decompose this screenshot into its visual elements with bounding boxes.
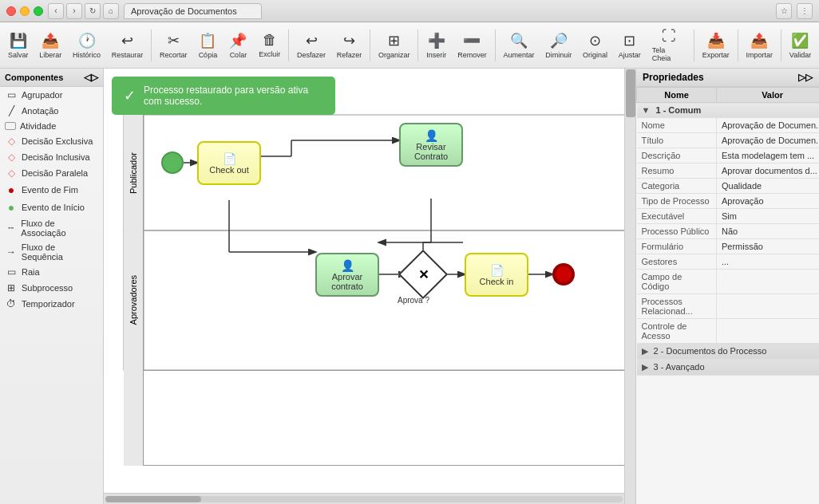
sidebar-item-decisao-paralela[interactable]: ◇ Decisão Paralela [0,165,103,181]
prop-categoria-value: Qualidade [717,179,820,194]
start-event-publicador[interactable] [161,152,184,174]
sidebar-item-anotacao[interactable]: ╱ Anotação [0,103,103,119]
exportar-button[interactable]: 📥 Exportar [698,30,734,61]
save-icon: 💾 [10,32,27,49]
sidebar-collapse-icon[interactable]: ◁▷ [84,72,98,83]
prop-row-descricao: Descrição Esta modelagem tem ... [637,148,820,163]
tela-cheia-button[interactable]: ⛶ Tela Cheia [647,26,690,65]
subprocesso-label: Subprocesso [22,283,73,293]
properties-expand-icon[interactable]: ▷▷ [798,72,813,83]
forward-button[interactable]: › [66,3,82,19]
salvar-button[interactable]: 💾 Salvar [3,30,33,61]
properties-panel: Propriedades ▷▷ Nome Valor [635,69,819,504]
vertical-scrollbar-thumb[interactable] [626,69,635,117]
section-comum-collapse[interactable]: ▼ [642,105,651,115]
prop-controle-name: Controle de Acesso [637,319,717,344]
canvas-scrollbar[interactable] [104,493,624,504]
ajustar-button[interactable]: ⊡ Ajustar [614,30,646,61]
horizontal-scrollbar-thumb[interactable] [105,496,201,502]
recortar-button[interactable]: ✂ Recortar [155,30,192,61]
maximize-button[interactable] [34,6,43,16]
organizar-button[interactable]: ⊞ Organizar [374,30,414,61]
refazer-button[interactable]: ↪ Refazer [332,30,366,61]
checkout-task[interactable]: 📄 Check out [197,141,261,185]
sidebar-item-evento-fim[interactable]: ● Evento de Fim [0,181,103,199]
desfazer-label: Desfazer [297,51,326,59]
prop-controle-value [717,319,820,344]
prop-nome-value: Aprovação de Documen... [717,118,820,133]
sidebar-item-fluxo-sequencia[interactable]: → Fluxo de Sequência [0,240,103,264]
remover-button[interactable]: ➖ Remover [453,30,491,61]
importar-button[interactable]: 📤 Importar [742,30,777,61]
prop-campo-codigo-value [717,270,820,294]
checkin-task-label: Check in [480,277,514,286]
revisar-task[interactable]: 👤 RevisarContrato [399,123,463,167]
sidebar-item-temporizador[interactable]: ⏱ Temporizador [0,296,103,312]
liberar-button[interactable]: 📤 Liberar [34,30,66,61]
browser-tab[interactable]: Aprovação de Documentos [124,3,262,19]
original-button[interactable]: ⊙ Original [578,30,612,61]
inserir-label: Inserir [426,51,446,59]
desfazer-button[interactable]: ↩ Desfazer [292,30,330,61]
prop-row-formulario: Formulário Permissão [637,239,820,254]
vertical-scrollbar[interactable] [624,69,635,504]
temporizador-icon: ⏱ [5,298,18,309]
inserir-button[interactable]: ➕ Inserir [421,30,451,61]
section-avancado[interactable]: ▶ 3 - Avançado [637,360,820,376]
prop-processos-rel-name: Processos Relacionad... [637,294,717,319]
sidebar-item-fluxo-associacao[interactable]: ╌ Fluxo de Associação [0,216,103,240]
sidebar-header: Componentes ◁▷ [0,69,103,87]
evento-fim-label: Evento de Fim [22,185,78,195]
separator-3 [370,30,370,61]
diminuir-button[interactable]: 🔎 Diminuir [540,30,576,61]
copia-label: Cópia [199,51,218,59]
sidebar-item-raia[interactable]: ▭ Raia [0,264,103,280]
sidebar-item-decisao-inclusiva[interactable]: ◇ Decisão Inclusiva [0,149,103,165]
minimize-button[interactable] [20,6,30,16]
refazer-icon: ↪ [343,32,355,49]
section-documentos[interactable]: ▶ 2 - Documentos do Processo [637,344,820,360]
section-comum[interactable]: ▼ 1 - Comum [637,103,820,118]
restaurar-button[interactable]: ↩ Restaurar [107,30,148,61]
aprovar-task[interactable]: 👤 Aprovarcontrato [315,253,379,297]
gateway-icon: ✕ [418,267,429,282]
checkin-task[interactable]: 📄 Check in [465,253,528,297]
menu-button[interactable]: ⋮ [797,3,813,19]
bookmarks-button[interactable]: ☆ [776,3,792,19]
excluir-button[interactable]: 🗑 Excluir [254,30,285,61]
browser-navigation: ‹ › ↻ ⌂ [48,3,119,19]
back-button[interactable]: ‹ [48,3,64,19]
canvas-area[interactable]: ✓ Processo restaurado para versão ativa … [104,69,624,493]
raia-icon: ▭ [5,266,18,278]
close-button[interactable] [6,6,16,16]
historico-button[interactable]: 🕐 Histórico [68,30,105,61]
sidebar-title: Componentes [5,73,63,82]
colar-icon: 📌 [229,32,247,49]
svg-rect-2 [124,230,624,370]
diminuir-label: Diminuir [545,51,572,59]
gateway-aprova[interactable]: ✕ [398,250,448,299]
sidebar-item-decisao-exclusiva[interactable]: ◇ Decisão Exclusiva [0,133,103,149]
aumentar-button[interactable]: 🔍 Aumentar [499,30,540,61]
section-documentos-collapse[interactable]: ▶ [642,346,648,356]
sidebar: Componentes ◁▷ ▭ Agrupador ╱ Anotação At… [0,69,104,504]
horizontal-scrollbar-track[interactable] [105,496,623,502]
prop-row-campo-codigo: Campo de Código [637,270,820,294]
canvas-wrapper: ✓ Processo restaurado para versão ativa … [104,69,624,504]
excluir-label: Excluir [259,50,280,58]
sidebar-item-atividade[interactable]: Atividade [0,119,103,133]
prop-row-tipo: Tipo de Processo Aprovação [637,194,820,209]
home-button[interactable]: ⌂ [103,3,119,19]
separator-5 [495,30,496,61]
prop-descricao-name: Descrição [637,148,717,163]
notification-banner: ✓ Processo restaurado para versão ativa … [112,77,335,115]
validar-button[interactable]: ✅ Validar [785,30,816,61]
sidebar-item-subprocesso[interactable]: ⊞ Subprocesso [0,280,103,296]
sidebar-item-evento-inicio[interactable]: ● Evento de Início [0,199,103,216]
colar-button[interactable]: 📌 Colar [224,30,252,61]
sidebar-item-agrupador[interactable]: ▭ Agrupador [0,87,103,103]
section-avancado-collapse[interactable]: ▶ [642,362,648,372]
refresh-button[interactable]: ↻ [85,3,101,19]
copia-button[interactable]: 📋 Cópia [193,30,222,61]
end-event[interactable] [552,263,575,285]
